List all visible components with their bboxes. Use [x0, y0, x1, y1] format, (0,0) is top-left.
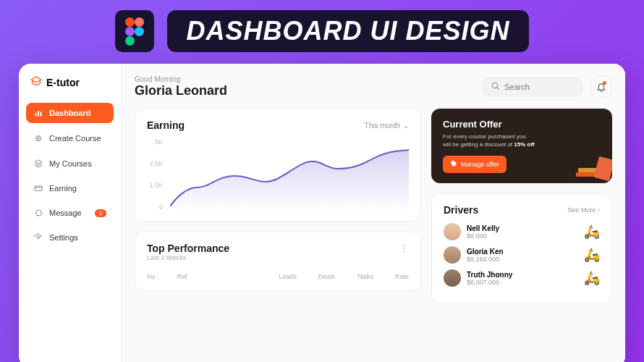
sidebar-item-create-course[interactable]: ⊕ Create Course: [26, 127, 114, 149]
layers-icon: [33, 159, 43, 168]
earning-chart: [170, 138, 409, 211]
see-more-link[interactable]: See More ›: [567, 206, 600, 214]
svg-rect-0: [35, 113, 37, 117]
offer-card: Current Offer For every course purchased…: [431, 109, 612, 183]
avatar: [444, 223, 461, 240]
driver-row[interactable]: Truth Jhonny $6,007.000 🛵: [444, 269, 600, 287]
tag-icon: [450, 160, 457, 169]
earning-card: Earning This month ⌄ 5K 2.5K 1.5K 0: [135, 109, 421, 222]
svg-rect-3: [35, 186, 42, 191]
sidebar-item-label: Message: [49, 209, 82, 217]
svg-point-5: [492, 83, 498, 88]
drivers-title: Drivers: [444, 204, 478, 216]
manage-offer-button[interactable]: Manage offer: [443, 156, 507, 173]
app-window: E-tutor Dashboard ⊕ Create Course My Cou…: [19, 64, 625, 362]
sidebar-item-earning[interactable]: Earning: [26, 178, 114, 198]
bar-chart-icon: [33, 109, 43, 117]
header: Good Morning Gloria Leonard: [135, 75, 612, 98]
sidebar-item-message[interactable]: Message 3: [26, 203, 114, 223]
period-selector[interactable]: This month ⌄: [365, 122, 409, 130]
chat-icon: [33, 209, 43, 217]
performance-subtitle: Last 2 Weeks: [147, 254, 229, 261]
plus-circle-icon: ⊕: [33, 133, 43, 143]
earning-title: Earning: [147, 119, 185, 131]
greeting-label: Good Morning: [135, 75, 227, 83]
svg-point-4: [38, 237, 40, 239]
sidebar-item-label: Earning: [49, 184, 77, 193]
chevron-down-icon: ⌄: [403, 122, 409, 130]
search-input[interactable]: [504, 83, 575, 91]
card-icon: [33, 184, 43, 193]
more-menu-icon[interactable]: ⋮: [399, 243, 409, 254]
avatar: [444, 269, 461, 287]
search-box[interactable]: [482, 77, 583, 97]
sidebar-item-label: My Courses: [49, 159, 92, 168]
figma-icon: [125, 17, 144, 45]
performance-title: Top Performance: [147, 243, 229, 254]
notifications-button[interactable]: [590, 76, 612, 98]
sidebar-item-my-courses[interactable]: My Courses: [26, 153, 114, 174]
driver-row[interactable]: Gloria Ken $8,192.000 🛵: [444, 246, 600, 264]
sidebar-item-label: Create Course: [49, 134, 101, 143]
search-icon: [491, 81, 500, 93]
offer-title: Current Offer: [443, 119, 601, 130]
gear-icon: [33, 233, 43, 242]
figma-logo-badge: [115, 10, 154, 52]
brand[interactable]: E-tutor: [26, 75, 114, 90]
sidebar-item-label: Settings: [49, 233, 78, 242]
main-content: Good Morning Gloria Leonard Earning: [122, 64, 625, 362]
chart-yaxis: 5K 2.5K 1.5K 0: [147, 138, 163, 211]
message-badge: 3: [95, 209, 106, 217]
user-name: Gloria Leonard: [135, 83, 227, 98]
scooter-icon: 🛵: [584, 247, 600, 263]
svg-rect-2: [41, 112, 42, 117]
performance-card: Top Performance Last 2 Weeks ⋮ No Ref Le…: [135, 232, 421, 291]
sidebar-item-label: Dashboard: [49, 109, 90, 117]
scooter-icon: 🛵: [584, 270, 600, 286]
sidebar: E-tutor Dashboard ⊕ Create Course My Cou…: [19, 64, 122, 362]
svg-rect-8: [593, 156, 612, 182]
banner-title: DASHBOARD UI DESIGN: [167, 10, 528, 52]
offer-text: For every course purchased you will be g…: [443, 132, 601, 148]
avatar: [444, 246, 461, 264]
brand-name: E-tutor: [46, 77, 80, 88]
sidebar-item-settings[interactable]: Settings: [26, 227, 114, 248]
svg-rect-1: [38, 111, 39, 117]
books-icon: [572, 151, 612, 183]
drivers-card: Drivers See More › Nell Kelly $8.000 🛵: [431, 193, 612, 303]
sidebar-item-dashboard[interactable]: Dashboard: [26, 103, 114, 123]
driver-row[interactable]: Nell Kelly $8.000 🛵: [444, 223, 600, 240]
scooter-icon: 🛵: [584, 224, 600, 240]
graduation-cap-icon: [30, 75, 42, 90]
notification-dot: [603, 81, 606, 85]
performance-columns: No Ref Leads Deals Tasks Rate: [147, 273, 409, 280]
